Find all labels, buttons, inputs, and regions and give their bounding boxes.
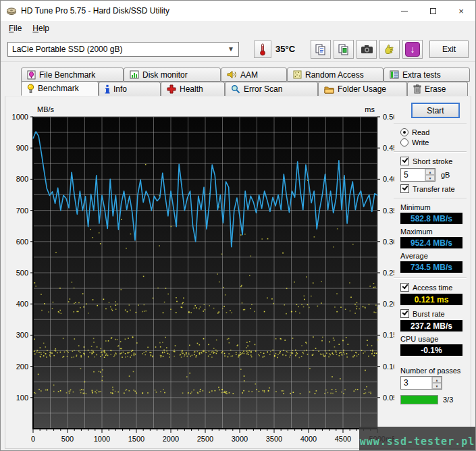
maximize-button[interactable] — [419, 1, 447, 21]
spin-down-button[interactable]: ▼ — [425, 175, 435, 181]
radio-icon — [400, 128, 408, 136]
checkbox-icon — [400, 157, 409, 165]
svg-text:2500: 2500 — [197, 435, 213, 443]
watermark: www.ssd-tester.pl — [359, 427, 475, 450]
short-stroke-label: Short stroke — [413, 157, 452, 165]
svg-text:0.40: 0.40 — [383, 175, 394, 183]
spin-down-button[interactable]: ▼ — [432, 383, 442, 389]
average-value: 734.5 MB/s — [400, 261, 462, 273]
svg-text:3000: 3000 — [232, 435, 248, 443]
tab-label: AAM — [240, 70, 258, 80]
svg-text:0.20: 0.20 — [383, 300, 394, 308]
maximum-label: Maximum — [400, 228, 467, 236]
tab-info[interactable]: Info — [99, 82, 161, 96]
tab-erase[interactable]: Erase — [407, 82, 468, 96]
minimum-value: 582.8 MB/s — [400, 213, 462, 224]
checkbox-icon — [400, 184, 409, 193]
svg-text:0.45: 0.45 — [383, 144, 394, 152]
menu-bar: File Help — [1, 21, 475, 36]
copy-text-icon — [315, 43, 327, 55]
transfer-rate-label: Transfer rate — [413, 185, 455, 193]
screenshot-button[interactable] — [356, 40, 377, 59]
maximize-icon — [430, 8, 436, 14]
folder-icon — [324, 85, 334, 94]
benchmark-lamp-icon — [27, 84, 34, 94]
svg-text:0.30: 0.30 — [383, 238, 394, 246]
svg-text:300: 300 — [16, 331, 28, 339]
random-access-icon — [293, 70, 302, 79]
temperature-button[interactable] — [254, 41, 271, 58]
capacity-unit-label: gB — [441, 171, 450, 179]
save-download-button[interactable]: ↓ — [402, 40, 423, 59]
svg-text:900: 900 — [16, 144, 28, 152]
extra-tests-icon — [390, 70, 399, 79]
access-time-checkbox[interactable]: Access time — [400, 283, 467, 292]
copy-image-icon — [338, 43, 350, 55]
svg-text:1000: 1000 — [12, 113, 28, 121]
svg-text:MB/s: MB/s — [37, 105, 55, 113]
title-bar: HD Tune Pro 5.75 - Hard Disk/SSD Utility… — [1, 1, 475, 21]
copy-text-button[interactable] — [311, 40, 331, 59]
tab-random-access[interactable]: Random Access — [287, 68, 384, 82]
copy-image-button[interactable] — [334, 40, 354, 59]
burst-rate-checkbox[interactable]: Burst rate — [400, 309, 467, 318]
capacity-spinner[interactable]: 5 ▲ ▼ — [400, 168, 435, 182]
menu-file[interactable]: File — [3, 22, 27, 35]
tab-aam[interactable]: AAM — [221, 68, 287, 82]
donate-button[interactable] — [379, 40, 400, 59]
tab-extra-tests[interactable]: Extra tests — [384, 68, 470, 82]
tab-strip: File Benchmark Disk monitor AAM Random A… — [1, 62, 475, 96]
tab-label: File Benchmark — [39, 70, 95, 80]
window-title: HD Tune Pro 5.75 - Hard Disk/SSD Utility — [21, 6, 169, 16]
read-label: Read — [412, 128, 429, 136]
spin-up-button[interactable]: ▲ — [432, 377, 442, 383]
svg-text:0.35: 0.35 — [383, 207, 394, 215]
passes-label: Number of passes — [400, 367, 467, 375]
exit-label: Exit — [442, 45, 456, 54]
progress-fill — [401, 396, 438, 404]
drive-select-dropdown[interactable]: LaCie Portable SSD (2000 gB) ▼ — [7, 42, 239, 57]
benchmark-controls: Start Read Write Short stroke 5 ▲ — [394, 103, 467, 404]
read-radio[interactable]: Read — [400, 128, 467, 136]
minimize-icon — [401, 11, 408, 11]
svg-text:3500: 3500 — [266, 435, 282, 443]
tab-label: Benchmark — [38, 84, 79, 93]
tab-error-scan[interactable]: Error Scan — [225, 82, 318, 96]
passes-value: 3 — [401, 377, 431, 389]
radio-icon — [400, 138, 408, 147]
tab-benchmark[interactable]: Benchmark — [21, 81, 99, 96]
spin-up-button[interactable]: ▲ — [425, 169, 435, 175]
trash-icon — [413, 84, 421, 94]
app-icon — [6, 5, 17, 16]
checkbox-icon — [400, 309, 409, 318]
tab-folder-usage[interactable]: Folder Usage — [318, 82, 407, 96]
tab-file-benchmark[interactable]: File Benchmark — [21, 68, 124, 82]
transfer-rate-checkbox[interactable]: Transfer rate — [400, 184, 467, 193]
divider — [394, 151, 467, 153]
access-time-label: Access time — [413, 284, 452, 292]
svg-text:100: 100 — [16, 394, 28, 402]
file-benchmark-icon — [27, 70, 36, 80]
write-radio[interactable]: Write — [400, 138, 467, 147]
svg-text:ms: ms — [365, 105, 375, 113]
divider — [394, 277, 467, 279]
temperature-value: 35°C — [275, 44, 295, 54]
tab-health[interactable]: Health — [161, 82, 225, 96]
minimize-button[interactable] — [390, 1, 419, 21]
menu-help[interactable]: Help — [27, 22, 55, 35]
passes-spinner[interactable]: 3 ▲ ▼ — [400, 376, 442, 390]
info-icon — [105, 84, 110, 94]
checkbox-icon — [400, 283, 409, 292]
passes-progress-bar — [400, 395, 438, 404]
tab-label: Folder Usage — [338, 84, 386, 94]
svg-text:0.05: 0.05 — [383, 394, 394, 402]
benchmark-chart: MB/sms10009008007006005004003002001000.5… — [8, 103, 394, 451]
speaker-icon — [227, 70, 237, 79]
capacity-value: 5 — [401, 169, 425, 181]
close-button[interactable]: × — [447, 1, 475, 21]
exit-button[interactable]: Exit — [429, 41, 469, 58]
cpu-usage-label: CPU usage — [400, 335, 467, 343]
tab-disk-monitor[interactable]: Disk monitor — [124, 68, 221, 82]
short-stroke-checkbox[interactable]: Short stroke — [400, 157, 467, 165]
start-button[interactable]: Start — [411, 103, 460, 118]
